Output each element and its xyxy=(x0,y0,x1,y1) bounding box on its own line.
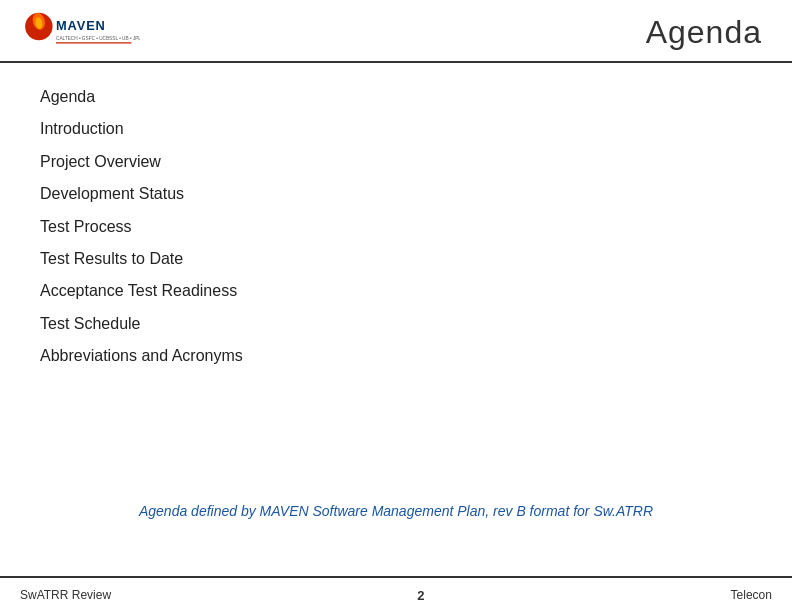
footer: SwATRR Review 2 Telecon xyxy=(0,576,792,612)
agenda-list: Agenda Introduction Project Overview Dev… xyxy=(40,81,752,373)
list-item: Test Schedule xyxy=(40,308,752,340)
content-area: Agenda Introduction Project Overview Dev… xyxy=(0,63,792,383)
maven-logo: MAVEN CALTECH • GSFC • UCBSSL • UB • JPL xyxy=(20,10,140,55)
header: MAVEN CALTECH • GSFC • UCBSSL • UB • JPL… xyxy=(0,0,792,63)
list-item: Development Status xyxy=(40,178,752,210)
list-item: Introduction xyxy=(40,113,752,145)
list-item: Test Process xyxy=(40,211,752,243)
list-item: Abbreviations and Acronyms xyxy=(40,340,752,372)
svg-text:CALTECH • GSFC • UCBSSL • UB •: CALTECH • GSFC • UCBSSL • UB • JPL xyxy=(56,36,140,41)
svg-text:MAVEN: MAVEN xyxy=(56,18,106,33)
list-item: Agenda xyxy=(40,81,752,113)
footer-left: SwATRR Review xyxy=(20,588,111,602)
list-item: Project Overview xyxy=(40,146,752,178)
footer-page-number: 2 xyxy=(417,588,424,603)
logo-area: MAVEN CALTECH • GSFC • UCBSSL • UB • JPL xyxy=(20,10,140,55)
slide-title: Agenda xyxy=(646,14,762,51)
note-text: Agenda defined by MAVEN Software Managem… xyxy=(40,501,752,522)
list-item: Acceptance Test Readiness xyxy=(40,275,752,307)
note-section: Agenda defined by MAVEN Software Managem… xyxy=(40,501,752,522)
list-item: Test Results to Date xyxy=(40,243,752,275)
footer-right: Telecon xyxy=(731,588,772,602)
slide: MAVEN CALTECH • GSFC • UCBSSL • UB • JPL… xyxy=(0,0,792,612)
